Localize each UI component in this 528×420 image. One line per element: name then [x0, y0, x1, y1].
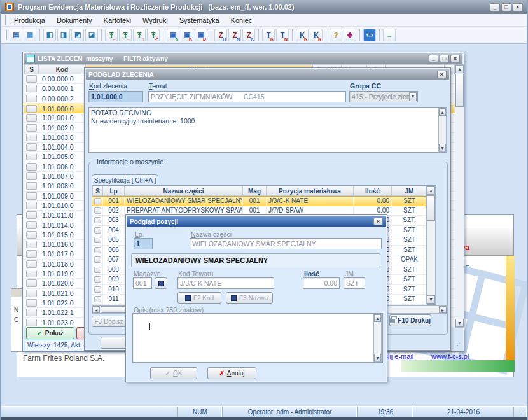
orders-list-icon[interactable]: ▤	[10, 29, 22, 41]
podglad-zlecenia-titlebar[interactable]: PODGLĄD ZLECENIA ×	[86, 69, 449, 80]
f3-nazwa-button[interactable]: F3 Nazwa	[226, 292, 273, 304]
menu-item-kartoteki[interactable]: Kartoteki	[98, 15, 137, 25]
tool-cc-icon[interactable]: Ŧ↗	[147, 29, 160, 41]
lista-resize-grip[interactable]: ⋰	[455, 340, 464, 351]
row-status-button[interactable]	[26, 319, 37, 326]
scroll-left-arrow-icon[interactable]: ◄	[92, 306, 100, 313]
ok-button[interactable]: ✓ OK	[150, 367, 197, 379]
scroll-up-arrow-icon[interactable]: ▲	[427, 186, 435, 195]
row-status-button[interactable]	[26, 309, 37, 316]
f10-drukuj-button[interactable]: F10 Drukuj	[389, 314, 431, 326]
lista-close-button[interactable]: ×	[450, 55, 460, 62]
book-icon[interactable]: ◆	[344, 29, 356, 41]
menu-item-produkcja[interactable]: Produkcja	[8, 15, 51, 25]
tn-icon[interactable]: TN	[276, 29, 289, 41]
window-resize-grip[interactable]: ⋰	[514, 407, 527, 417]
row-status-button[interactable]	[94, 267, 101, 273]
help-icon[interactable]: ?	[330, 29, 342, 41]
zk-icon[interactable]: ZK	[242, 29, 255, 41]
main-titlebar[interactable]: Program Ewidencja Materiałowa i Rozlicze…	[1, 0, 527, 14]
spec-header-pozycja-materia-owa[interactable]: Pozycja materiałowa	[267, 186, 354, 196]
website-link[interactable]: www.f-c-s.pl	[431, 353, 469, 360]
memo-vscrollbar[interactable]: ▲ ▼	[438, 108, 447, 152]
row-status-button[interactable]	[94, 237, 101, 243]
opis-vscrollbar[interactable]: ▲ ▼	[373, 314, 382, 362]
tool-out-icon[interactable]: Ŧ→	[119, 29, 132, 41]
scroll-down-arrow-icon[interactable]: ▼	[439, 144, 446, 151]
row-status-button[interactable]	[26, 299, 37, 307]
spec-header-mag[interactable]: Mag	[243, 186, 267, 196]
tk-icon[interactable]: TK	[262, 29, 275, 41]
row-status-button[interactable]	[26, 124, 37, 132]
row-status-button[interactable]	[94, 296, 101, 302]
row-status-button[interactable]	[26, 192, 37, 200]
spec-header-lp[interactable]: Lp	[103, 186, 125, 196]
row-status-button[interactable]	[26, 279, 37, 287]
podglad-pozycji-titlebar[interactable]: Podgląd pozycji ×	[127, 216, 386, 227]
spec-table-header[interactable]: SLpNazwa częściMagPozycja materiałowaIlo…	[92, 186, 436, 196]
row-status-button[interactable]	[26, 172, 37, 180]
scroll-down-arrow-icon[interactable]: ▼	[427, 295, 435, 304]
row-status-button[interactable]	[26, 231, 37, 239]
scroll-down-arrow-icon[interactable]: ▼	[374, 354, 381, 361]
tab-specyfikacja[interactable]: Specyfikacja [ Ctrl+A ]	[92, 174, 158, 186]
cube-k-icon[interactable]: ▣K	[181, 29, 193, 41]
row-status-button[interactable]	[26, 143, 37, 151]
row-status-button[interactable]	[94, 217, 101, 223]
kn-icon[interactable]: KN	[310, 29, 323, 41]
row-status-button[interactable]	[26, 153, 37, 160]
ilosc-field[interactable]: 0.00	[303, 277, 340, 289]
maximize-button[interactable]: □	[501, 3, 511, 11]
lp-field[interactable]: 1	[134, 238, 153, 249]
minimize-button[interactable]: _	[490, 3, 500, 11]
menu-item-wydruki[interactable]: Wydruki	[137, 15, 174, 25]
row-status-button[interactable]	[94, 198, 101, 204]
row-status-button[interactable]	[26, 105, 37, 113]
doc-open-icon[interactable]: ◧	[43, 29, 56, 41]
row-status-button[interactable]	[26, 114, 37, 122]
tool-in-icon[interactable]: Ŧ←	[105, 29, 118, 41]
scroll-up-arrow-icon[interactable]: ▲	[439, 108, 446, 116]
lista-header-kod[interactable]: Kod	[39, 64, 86, 74]
temat-field[interactable]: PRZYJĘCIE ZIEMNIAKÓW CC415	[148, 91, 346, 102]
podglad-pozycji-close-button[interactable]: ×	[373, 218, 383, 225]
scroll-down-arrow-icon[interactable]: ▼	[455, 319, 464, 327]
combo-dropdown-icon[interactable]: ▼	[409, 92, 417, 101]
exit-icon[interactable]: →	[383, 29, 396, 41]
remote-support-icon[interactable]: ▭	[363, 29, 376, 41]
doc-edit-icon[interactable]: ◩	[71, 29, 84, 41]
spec-vscrollbar[interactable]: ▲ ▼	[426, 186, 436, 304]
pokaz-button[interactable]: ✓ Pokaż	[26, 327, 74, 339]
row-status-button[interactable]	[26, 290, 37, 297]
row-status-button[interactable]	[26, 221, 37, 229]
doc-add-icon[interactable]: ◨	[57, 29, 70, 41]
row-status-button[interactable]	[26, 241, 37, 248]
row-status-button[interactable]	[94, 286, 101, 293]
spec-header-jm[interactable]: JM	[392, 186, 427, 196]
kod-zlecenia-field[interactable]: 1.01.000.0	[88, 91, 143, 102]
f3-dopisz-button[interactable]: F3 Dopisz	[92, 316, 126, 327]
podglad-zlecenia-close-button[interactable]: ×	[437, 71, 447, 78]
scroll-up-arrow-icon[interactable]: ▲	[455, 65, 464, 73]
menu-item-systematyka[interactable]: Systematyka	[174, 15, 225, 25]
kk-icon[interactable]: KK	[296, 29, 309, 41]
spec-row[interactable]: 001WIELOZADANIOWY SMAR SPECJALNY001J/3/C…	[92, 196, 427, 206]
preview-icon[interactable]: ▦	[24, 29, 36, 41]
scroll-right-arrow-icon[interactable]: ►	[439, 306, 447, 313]
row-status-button[interactable]	[26, 270, 37, 277]
row-status-button[interactable]	[26, 260, 37, 268]
zlecenie-opis-memo[interactable]: POTATO RECIVINGNr ewidencyjny maintenanc…	[88, 107, 447, 153]
spec-header-s[interactable]: S	[92, 186, 103, 196]
opis-textarea[interactable]	[132, 313, 383, 363]
lista-header-s[interactable]: S	[24, 64, 39, 74]
cube-d-icon[interactable]: ▣D	[195, 29, 207, 41]
zh-icon[interactable]: ZH	[214, 29, 227, 41]
row-status-button[interactable]	[94, 227, 101, 234]
row-status-button[interactable]	[26, 75, 37, 83]
close-button[interactable]: ×	[513, 3, 523, 11]
row-status-button[interactable]	[26, 211, 37, 219]
cube-h-icon[interactable]: ▣h	[167, 29, 179, 41]
kod-towaru-field[interactable]: J/3/C-K NATE	[177, 277, 274, 289]
lista-vscrollbar[interactable]: ▲ ▼	[455, 64, 464, 328]
magazyn-field[interactable]: 001	[133, 277, 152, 289]
